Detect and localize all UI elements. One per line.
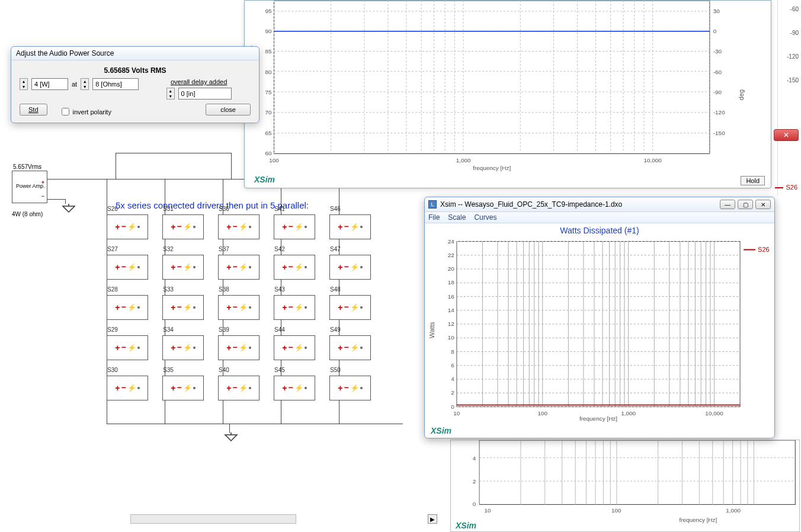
driver-s32[interactable]: S32+−⚡: [162, 255, 204, 280]
svg-text:S26: S26: [758, 246, 770, 253]
delay-stepper[interactable]: ▲▼: [166, 88, 175, 100]
driver-s40[interactable]: S40+−⚡: [218, 376, 259, 400]
driver-s29[interactable]: S29+−⚡: [107, 335, 148, 360]
ohms-stepper[interactable]: ▲▼: [81, 78, 89, 90]
driver-s46[interactable]: S46+−⚡: [329, 214, 371, 239]
svg-text:1,000: 1,000: [621, 410, 636, 416]
speaker-icon: +−⚡: [226, 384, 251, 392]
svg-text:100: 100: [537, 410, 547, 416]
driver-s30[interactable]: S30+−⚡: [107, 376, 148, 400]
fr-right-axis-label: deg: [738, 89, 745, 100]
window-titlebar[interactable]: L Xsim -- Wesayso_Fluid_OPC_25x_TC9-impe…: [425, 197, 774, 212]
frequency-response-chart: dBSPL deg 9590858075706560 300-30-60-90: [244, 0, 771, 188]
driver-s50[interactable]: S50+−⚡: [329, 376, 371, 400]
delay-input[interactable]: [178, 88, 232, 100]
xsim-brand: XSim: [254, 175, 275, 184]
speaker-icon: +−⚡: [226, 223, 251, 231]
driver-s42[interactable]: S42+−⚡: [274, 255, 315, 280]
driver-s48[interactable]: S48+−⚡: [329, 295, 371, 320]
close-button[interactable]: close: [206, 104, 251, 116]
invert-polarity-checkbox[interactable]: invert polarity: [62, 108, 111, 116]
watts-chart-title: Watts Dissipated (#1): [425, 223, 774, 238]
svg-text:22: 22: [448, 252, 455, 258]
driver-s26[interactable]: S26+−⚡: [107, 214, 148, 239]
svg-text:1,000: 1,000: [456, 157, 471, 164]
driver-label: S39: [219, 326, 229, 333]
svg-text:100: 100: [611, 507, 621, 514]
menu-curves[interactable]: Curves: [474, 213, 496, 222]
driver-s27[interactable]: S27+−⚡: [107, 255, 148, 280]
close-icon[interactable]: ✕: [774, 129, 799, 141]
driver-s43[interactable]: S43+−⚡: [274, 295, 315, 320]
speaker-icon: +−⚡: [282, 303, 306, 312]
driver-s41[interactable]: S41+−⚡: [274, 214, 315, 239]
driver-label: S27: [107, 246, 118, 252]
speaker-icon: +−⚡: [338, 223, 362, 231]
speaker-icon: +−⚡: [226, 303, 251, 312]
maximize-icon[interactable]: ▢: [738, 200, 753, 209]
menu-scale[interactable]: Scale: [448, 213, 466, 222]
driver-label: S33: [163, 286, 174, 293]
invert-polarity-input[interactable]: [62, 108, 69, 116]
close-icon[interactable]: ✕: [755, 200, 771, 209]
svg-text:75: 75: [265, 89, 272, 95]
driver-s37[interactable]: S37+−⚡: [218, 255, 259, 280]
svg-text:70: 70: [265, 109, 272, 116]
speaker-icon: +−⚡: [115, 223, 139, 231]
minimize-icon[interactable]: —: [720, 200, 735, 209]
ohms-input[interactable]: [92, 78, 139, 90]
svg-text:-60: -60: [713, 69, 722, 75]
driver-s44[interactable]: S44+−⚡: [274, 335, 315, 360]
svg-text:10: 10: [485, 507, 491, 514]
watts-input[interactable]: [31, 78, 68, 90]
svg-text:-90: -90: [713, 89, 722, 95]
hold-button[interactable]: Hold: [741, 176, 765, 185]
amp-minus-terminal: −: [41, 193, 44, 199]
svg-text:6: 6: [451, 362, 454, 368]
svg-text:20: 20: [448, 265, 455, 272]
driver-s49[interactable]: S49+−⚡: [329, 335, 371, 360]
svg-text:0: 0: [473, 501, 476, 507]
power-amp-block[interactable]: Power Amp. + −: [12, 171, 47, 203]
driver-s33[interactable]: S33+−⚡: [162, 295, 204, 320]
svg-text:10,000: 10,000: [705, 410, 723, 416]
svg-text:85: 85: [265, 48, 272, 55]
speaker-icon: +−⚡: [115, 303, 139, 312]
speaker-icon: +−⚡: [282, 263, 306, 271]
menu-file[interactable]: File: [428, 213, 440, 222]
driver-s36[interactable]: S36+−⚡: [218, 214, 259, 239]
driver-s31[interactable]: S31+−⚡: [162, 214, 204, 239]
svg-text:4: 4: [451, 376, 454, 382]
speaker-icon: +−⚡: [338, 303, 362, 312]
svg-text:16: 16: [448, 293, 455, 300]
speaker-icon: +−⚡: [171, 344, 195, 352]
amp-plus-terminal: +: [41, 180, 44, 185]
driver-s45[interactable]: S45+−⚡: [274, 376, 315, 400]
horizontal-scrollbar[interactable]: [130, 514, 296, 524]
driver-label: S42: [274, 246, 285, 252]
driver-s39[interactable]: S39+−⚡: [218, 335, 259, 360]
svg-text:18: 18: [448, 279, 455, 286]
svg-text:80: 80: [265, 69, 272, 75]
legend-s26-right: S26: [775, 184, 797, 191]
driver-s38[interactable]: S38+−⚡: [218, 295, 259, 320]
speaker-icon: +−⚡: [338, 344, 362, 352]
scroll-right-icon[interactable]: ▶: [428, 514, 437, 524]
svg-text:0: 0: [451, 403, 454, 410]
driver-grid: S26+−⚡S27+−⚡S28+−⚡S29+−⚡S30+−⚡S31+−⚡S32+…: [107, 214, 385, 416]
driver-s47[interactable]: S47+−⚡: [329, 255, 371, 280]
svg-text:-120: -120: [713, 109, 725, 116]
std-button[interactable]: Std: [20, 104, 47, 116]
svg-text:-30: -30: [713, 48, 722, 55]
driver-label: S47: [330, 246, 341, 252]
svg-text:8: 8: [451, 348, 454, 355]
driver-s35[interactable]: S35+−⚡: [162, 376, 204, 400]
driver-s28[interactable]: S28+−⚡: [107, 295, 148, 320]
driver-s34[interactable]: S34+−⚡: [162, 335, 204, 360]
amp-watts-label: 4W (8 ohm): [12, 211, 43, 217]
watts-stepper[interactable]: ▲▼: [20, 78, 28, 90]
xsim-brand: XSim: [456, 521, 476, 530]
driver-label: S30: [107, 367, 118, 373]
speaker-icon: +−⚡: [226, 263, 251, 271]
driver-label: S31: [163, 206, 174, 212]
